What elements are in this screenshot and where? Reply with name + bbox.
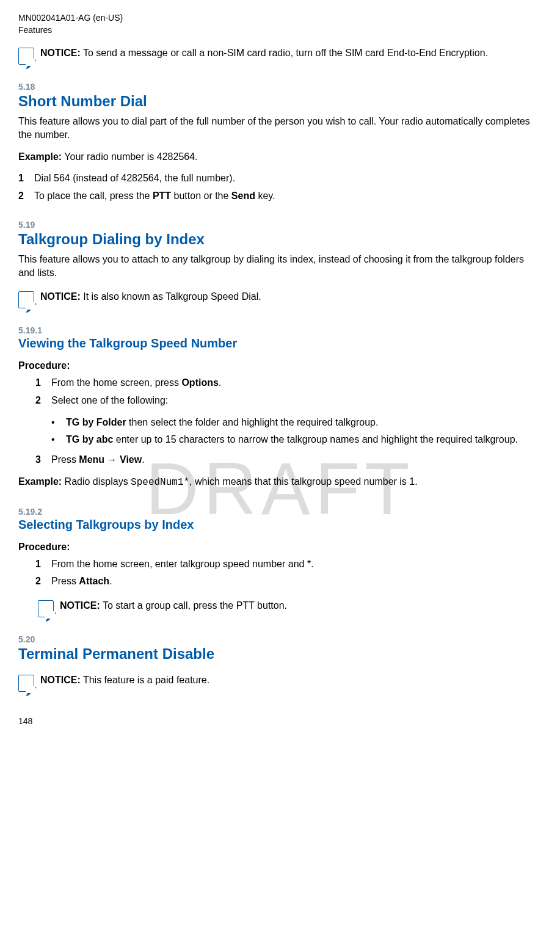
section-title-viewing-speed-number: Viewing the Talkgroup Speed Number	[18, 336, 542, 350]
notice-label: NOTICE:	[40, 675, 81, 685]
notice-e2e: NOTICE: To send a message or call a non-…	[18, 46, 542, 65]
section-number-5191: 5.19.1	[18, 325, 542, 335]
notice-text: NOTICE: To start a group call, press the…	[60, 599, 287, 612]
notice-speed-dial: NOTICE: It is also known as Talkgroup Sp…	[18, 290, 542, 308]
header-section: Features	[18, 24, 542, 35]
bullet-icon: •	[51, 416, 66, 429]
notice-label: NOTICE:	[40, 48, 81, 58]
section-intro-519: This feature allows you to attach to any…	[18, 253, 542, 279]
bullet-text: TG by Folder then select the folder and …	[66, 416, 378, 429]
bullets-5191: • TG by Folder then select the folder an…	[51, 416, 542, 447]
notice-body: To start a group call, press the PTT but…	[100, 600, 287, 611]
step-number: 1	[18, 172, 34, 185]
header-docnum: MN002041A01-AG (en-US)	[18, 12, 542, 23]
list-item: 1 From the home screen, enter talkgroup …	[35, 557, 542, 571]
example-5191: Example: Radio displays SpeedNum1*, whic…	[18, 475, 542, 490]
example-label: Example:	[18, 476, 62, 487]
list-item: 2 Press Attach.	[35, 575, 542, 588]
bullet-text: TG by abc enter up to 15 characters to n…	[66, 433, 518, 446]
steps-5192: 1 From the home screen, enter talkgroup …	[35, 557, 542, 589]
step-text: Select one of the following:	[51, 394, 542, 407]
notice-text: NOTICE: This feature is a paid feature.	[40, 673, 209, 687]
notice-icon	[18, 291, 34, 308]
list-item: • TG by abc enter up to 15 characters to…	[51, 433, 542, 446]
page-number: 148	[18, 716, 542, 726]
step-text: To place the call, press the PTT button …	[34, 189, 542, 203]
procedure-label: Procedure:	[18, 542, 542, 553]
step-number: 2	[35, 394, 51, 407]
notice-text: NOTICE: It is also known as Talkgroup Sp…	[40, 290, 261, 303]
step-text: From the home screen, press Options.	[51, 376, 542, 390]
section-title-selecting-talkgroups: Selecting Talkgroups by Index	[18, 518, 542, 532]
section-intro-518: This feature allows you to dial part of …	[18, 115, 542, 141]
list-item: • TG by Folder then select the folder an…	[51, 416, 542, 429]
section-number-518: 5.18	[18, 82, 542, 92]
step-text: Dial 564 (instead of 4282564, the full n…	[34, 172, 542, 185]
notice-icon	[38, 600, 54, 617]
notice-body: To send a message or call a non-SIM card…	[81, 48, 488, 58]
notice-label: NOTICE:	[60, 600, 100, 611]
steps-518: 1 Dial 564 (instead of 4282564, the full…	[18, 172, 542, 203]
notice-ptt: NOTICE: To start a group call, press the…	[38, 599, 542, 617]
notice-icon	[18, 48, 34, 65]
step-number: 2	[18, 189, 34, 203]
step-text: Press Menu → View.	[51, 453, 542, 466]
section-number-520: 5.20	[18, 634, 542, 644]
example-text: Your radio number is 4282564.	[62, 151, 197, 162]
steps-5191-cont: 3 Press Menu → View.	[35, 453, 542, 466]
section-number-519: 5.19	[18, 220, 542, 230]
section-number-5192: 5.19.2	[18, 507, 542, 517]
example-label: Example:	[18, 151, 62, 162]
example-518: Example: Your radio number is 4282564.	[18, 150, 542, 164]
section-title-talkgroup-dialing: Talkgroup Dialing by Index	[18, 231, 542, 248]
step-number: 3	[35, 453, 51, 466]
step-number: 2	[35, 575, 51, 588]
section-title-terminal-permanent-disable: Terminal Permanent Disable	[18, 645, 542, 663]
notice-body: This feature is a paid feature.	[81, 675, 209, 685]
list-item: 2 To place the call, press the PTT butto…	[18, 189, 542, 203]
step-number: 1	[35, 557, 51, 571]
code-text: SpeedNum1*	[131, 477, 189, 488]
notice-paid: NOTICE: This feature is a paid feature.	[18, 673, 542, 692]
notice-body: It is also known as Talkgroup Speed Dial…	[81, 291, 261, 302]
list-item: 1 Dial 564 (instead of 4282564, the full…	[18, 172, 542, 185]
notice-label: NOTICE:	[40, 291, 81, 302]
list-item: 3 Press Menu → View.	[35, 453, 542, 466]
procedure-label: Procedure:	[18, 360, 542, 371]
list-item: 2 Select one of the following:	[35, 394, 542, 407]
section-title-short-number-dial: Short Number Dial	[18, 93, 542, 110]
list-item: 1 From the home screen, press Options.	[35, 376, 542, 390]
notice-icon	[18, 675, 34, 692]
step-text: Press Attach.	[51, 575, 542, 588]
step-number: 1	[35, 376, 51, 390]
steps-5191: 1 From the home screen, press Options. 2…	[35, 376, 542, 407]
notice-text: NOTICE: To send a message or call a non-…	[40, 46, 488, 60]
bullet-icon: •	[51, 433, 66, 446]
step-text: From the home screen, enter talkgroup sp…	[51, 557, 542, 571]
